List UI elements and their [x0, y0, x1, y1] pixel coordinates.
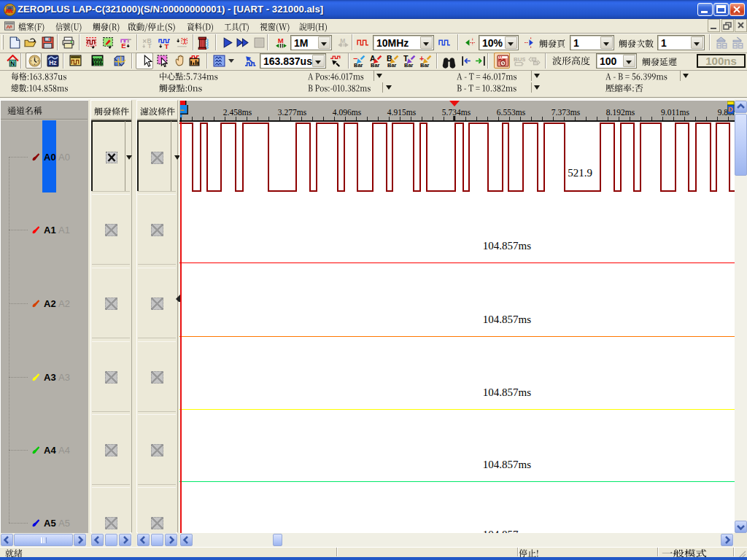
svg-text:N: N: [10, 60, 15, 67]
svg-text:E: E: [121, 42, 125, 49]
svg-text:T: T: [148, 42, 152, 49]
svg-text:T: T: [165, 42, 169, 49]
svg-text:M: M: [278, 36, 284, 44]
svg-text:T: T: [183, 38, 187, 45]
svg-text:Bar: Bar: [354, 62, 363, 67]
svg-text:Hz: Hz: [49, 59, 56, 66]
svg-text:BUS: BUS: [514, 56, 525, 63]
svg-text:Bar: Bar: [371, 62, 379, 67]
svg-text:Bar: Bar: [387, 62, 396, 67]
svg-text:1010: 1010: [93, 61, 104, 66]
svg-text:Bar: Bar: [404, 62, 413, 67]
svg-text:Bar: Bar: [420, 62, 429, 67]
